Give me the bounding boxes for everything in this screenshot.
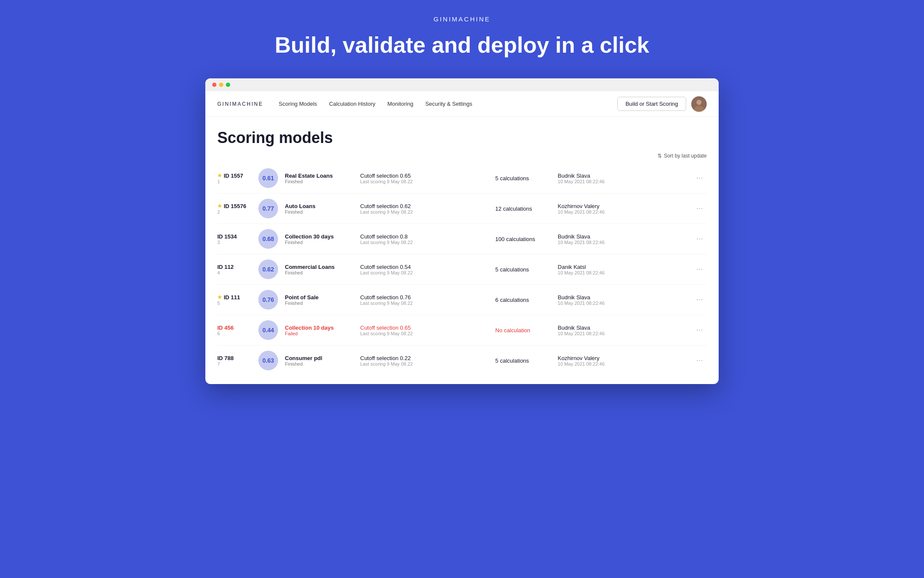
more-options-button[interactable]: ··· xyxy=(693,264,707,275)
cutoff-label: Cutoff selection 0.8 xyxy=(360,233,489,240)
model-rank: 2 xyxy=(217,209,252,215)
calcs-text: 12 calculations xyxy=(495,206,551,212)
model-id-section: ★ ID 111 5 xyxy=(217,294,252,306)
user-section: Kozhirnov Valery 10 May 2021 08:22:46 xyxy=(558,355,686,366)
calcs-text: 100 calculations xyxy=(495,236,551,242)
user-name: Kozhirnov Valery xyxy=(558,203,686,209)
user-section: Budnik Slava 10 May 2021 08:22:46 xyxy=(558,325,686,336)
model-name-section: Auto Loans Finished xyxy=(285,203,353,215)
score-badge: 0.62 xyxy=(258,259,278,279)
user-date: 10 May 2021 08:22:46 xyxy=(558,301,686,306)
user-name: Budnik Slava xyxy=(558,233,686,240)
model-rank: 4 xyxy=(217,270,252,275)
table-row[interactable]: ID 112 4 0.62 Commercial Loans Finished … xyxy=(217,254,707,285)
sort-label: Sort by last update xyxy=(664,153,707,159)
star-icon: ★ xyxy=(217,294,222,300)
avatar[interactable] xyxy=(691,96,707,112)
hero-title: Build, validate and deploy in a click xyxy=(275,32,649,58)
score-badge: 0.63 xyxy=(258,351,278,370)
browser-dot-maximize[interactable] xyxy=(226,83,230,87)
model-name-section: Collection 30 days Finished xyxy=(285,233,353,245)
svg-point-1 xyxy=(696,100,702,105)
nav-link-monitoring[interactable]: Monitoring xyxy=(388,101,414,107)
table-row[interactable]: ★ ID 15576 2 0.77 Auto Loans Finished Cu… xyxy=(217,194,707,224)
model-name-section: Commercial Loans Finished xyxy=(285,264,353,275)
calcs-text: 6 calculations xyxy=(495,297,551,303)
nav-link-calc-history[interactable]: Calculation History xyxy=(329,101,375,107)
user-date: 10 May 2021 08:22:46 xyxy=(558,179,686,184)
nav-link-security[interactable]: Security & Settings xyxy=(425,101,472,107)
table-row[interactable]: ID 456 6 0.44 Collection 10 days Failed … xyxy=(217,315,707,346)
sort-icon: ⇅ xyxy=(657,153,662,159)
model-name: Point of Sale xyxy=(285,294,353,301)
model-status: Finished xyxy=(285,209,353,215)
calcs-text: 5 calculations xyxy=(495,358,551,364)
brand-logo: GINIMACHINE xyxy=(433,15,490,23)
sort-button[interactable]: ⇅ Sort by last update xyxy=(657,153,707,159)
browser-bar xyxy=(205,78,719,91)
calcs-section: 100 calculations xyxy=(495,236,551,242)
cutoff-date: Last scoring 9 May 08.22 xyxy=(360,301,489,306)
model-name: Consumer pdl xyxy=(285,355,353,361)
model-name-section: Consumer pdl Finished xyxy=(285,355,353,366)
calcs-text: No calculation xyxy=(495,327,551,334)
star-icon: ★ xyxy=(217,203,222,209)
score-badge: 0.61 xyxy=(258,168,278,188)
model-id-section: ★ ID 15576 2 xyxy=(217,203,252,215)
more-options-button[interactable]: ··· xyxy=(693,233,707,244)
cutoff-label: Cutoff selection 0.62 xyxy=(360,203,489,209)
browser-dot-close[interactable] xyxy=(212,83,216,87)
model-id-section: ID 1534 3 xyxy=(217,233,252,245)
table-row[interactable]: ★ ID 111 5 0.76 Point of Sale Finished C… xyxy=(217,285,707,315)
cutoff-date: Last scoring 9 May 08.22 xyxy=(360,209,489,215)
sort-row: ⇅ Sort by last update xyxy=(217,153,707,159)
score-badge: 0.77 xyxy=(258,199,278,218)
cutoff-date: Last scoring 9 May 08.22 xyxy=(360,361,489,366)
user-name: Kozhirnov Valery xyxy=(558,355,686,361)
build-start-scoring-button[interactable]: Build or Start Scoring xyxy=(617,97,686,111)
model-rank: 5 xyxy=(217,301,252,306)
table-row[interactable]: ★ ID 1557 1 0.61 Real Estate Loans Finis… xyxy=(217,163,707,194)
model-rank: 6 xyxy=(217,331,252,336)
model-id: ID 1534 xyxy=(217,233,252,240)
hero-section: GINIMACHINE Build, validate and deploy i… xyxy=(0,0,924,78)
cutoff-date: Last scoring 9 May 08.22 xyxy=(360,331,489,336)
cutoff-section: Cutoff selection 0.54 Last scoring 9 May… xyxy=(360,264,489,275)
more-options-button[interactable]: ··· xyxy=(693,294,707,305)
model-id-text: ID 15576 xyxy=(224,203,246,209)
browser-dot-minimize[interactable] xyxy=(219,83,223,87)
model-id: ID 112 xyxy=(217,264,252,270)
model-rank: 7 xyxy=(217,361,252,366)
model-id-section: ★ ID 1557 1 xyxy=(217,173,252,184)
model-status: Finished xyxy=(285,240,353,245)
table-row[interactable]: ID 1534 3 0.68 Collection 30 days Finish… xyxy=(217,224,707,254)
nav-links: Scoring Models Calculation History Monit… xyxy=(279,101,618,107)
more-options-button[interactable]: ··· xyxy=(693,173,707,184)
calcs-section: 6 calculations xyxy=(495,297,551,303)
cutoff-date: Last scoring 9 May 08.22 xyxy=(360,240,489,245)
cutoff-date: Last scoring 9 May 08.22 xyxy=(360,270,489,275)
model-name-section: Collection 10 days Failed xyxy=(285,325,353,336)
model-id-text: ID 788 xyxy=(217,355,234,361)
app-content: Scoring models ⇅ Sort by last update ★ I… xyxy=(205,117,719,384)
model-id-text: ID 1534 xyxy=(217,233,237,240)
nav-link-scoring-models[interactable]: Scoring Models xyxy=(279,101,317,107)
model-status: Failed xyxy=(285,331,353,336)
cutoff-label: Cutoff selection 0.76 xyxy=(360,294,489,301)
model-id: ★ ID 111 xyxy=(217,294,252,301)
calcs-section: 5 calculations xyxy=(495,175,551,182)
more-options-button[interactable]: ··· xyxy=(693,203,707,214)
user-section: Budnik Slava 10 May 2021 08:22:46 xyxy=(558,233,686,245)
app-nav: GINIMACHINE Scoring Models Calculation H… xyxy=(205,91,719,117)
model-id-section: ID 456 6 xyxy=(217,325,252,336)
calcs-text: 5 calculations xyxy=(495,266,551,273)
model-id-section: ID 112 4 xyxy=(217,264,252,275)
more-options-button[interactable]: ··· xyxy=(693,325,707,336)
user-section: Kozhirnov Valery 10 May 2021 08:22:46 xyxy=(558,203,686,215)
more-options-button[interactable]: ··· xyxy=(693,355,707,366)
calcs-text: 5 calculations xyxy=(495,175,551,182)
table-row[interactable]: ID 788 7 0.63 Consumer pdl Finished Cuto… xyxy=(217,346,707,375)
model-status: Finished xyxy=(285,361,353,366)
cutoff-label: Cutoff selection 0.22 xyxy=(360,355,489,361)
user-name: Danik Katsl xyxy=(558,264,686,270)
